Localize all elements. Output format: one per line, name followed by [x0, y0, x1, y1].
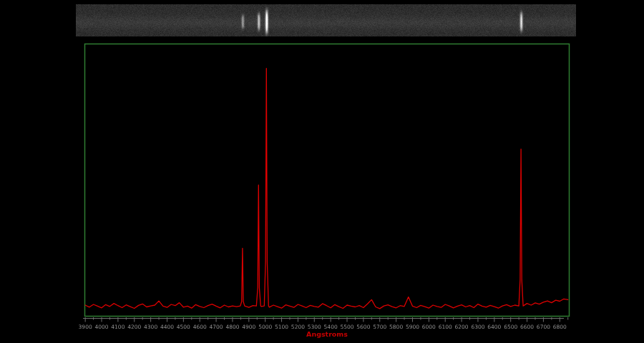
x-tick-label: 5500 — [340, 324, 353, 330]
x-tick-label: 4000 — [94, 324, 108, 330]
x-tick-label: 4100 — [111, 324, 125, 330]
x-tick-label: 4900 — [242, 324, 255, 330]
x-tick-label: 5200 — [291, 324, 305, 330]
x-axis-title: Angstroms — [306, 330, 348, 338]
x-tick-label: 4300 — [144, 324, 157, 330]
x-tick-label: 6600 — [520, 324, 534, 330]
x-tick-label: 6200 — [455, 324, 469, 330]
x-tick-label: 3900 — [79, 324, 92, 330]
x-tick-label: 6700 — [537, 324, 550, 330]
x-axis-ticks: 3900400041004200430044004500460047004800… — [79, 317, 568, 330]
1d-spectrum-plot: 3900400041004200430044004500460047004800… — [0, 0, 644, 343]
spectrum-viewer-window: 3900400041004200430044004500460047004800… — [0, 0, 644, 343]
x-tick-label: 6300 — [471, 324, 484, 330]
plot-border-box — [85, 44, 570, 317]
x-tick-label: 6800 — [553, 324, 567, 330]
x-tick-label: 4200 — [127, 324, 141, 330]
x-tick-label: 4700 — [210, 324, 223, 330]
x-tick-label: 4500 — [177, 324, 190, 330]
x-tick-label: 5300 — [308, 324, 321, 330]
x-tick-label: 5600 — [356, 324, 370, 330]
x-tick-label: 6500 — [504, 324, 517, 330]
x-tick-label: 5100 — [275, 324, 288, 330]
x-tick-label: 6400 — [487, 324, 501, 330]
spectrum-trace — [85, 69, 568, 309]
x-tick-label: 5800 — [389, 324, 403, 330]
x-tick-label: 4600 — [193, 324, 207, 330]
x-tick-label: 5000 — [258, 324, 272, 330]
x-tick-label: 5700 — [373, 324, 386, 330]
x-tick-label: 4400 — [160, 324, 174, 330]
x-tick-label: 4800 — [225, 324, 239, 330]
x-tick-label: 6100 — [439, 324, 452, 330]
x-tick-label: 5900 — [406, 324, 419, 330]
x-tick-label: 6000 — [422, 324, 436, 330]
x-tick-label: 5400 — [324, 324, 338, 330]
